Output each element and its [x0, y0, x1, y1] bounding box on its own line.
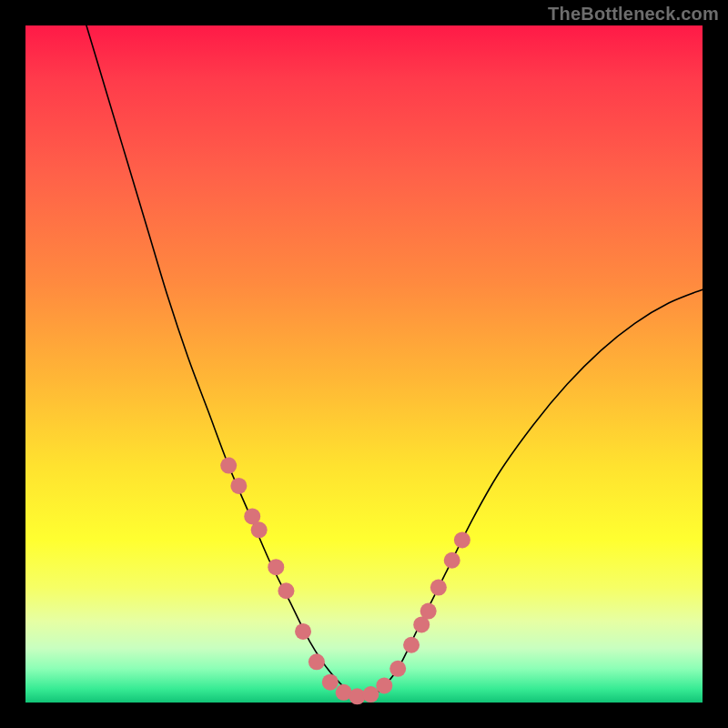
- chart-marker: [376, 677, 392, 693]
- chart-marker: [220, 458, 237, 474]
- bottleneck-curve: [86, 25, 703, 697]
- chart-marker: [322, 674, 339, 691]
- chart-marker: [295, 623, 311, 640]
- bottleneck-chart: [25, 25, 703, 703]
- marker-group: [220, 458, 470, 705]
- chart-marker: [403, 637, 420, 653]
- chart-marker: [230, 478, 247, 494]
- chart-marker: [308, 653, 325, 670]
- chart-marker: [362, 686, 379, 703]
- chart-marker: [444, 552, 460, 569]
- chart-marker: [454, 531, 470, 548]
- chart-area: [25, 25, 703, 703]
- watermark-text: TheBottleneck.com: [548, 4, 719, 25]
- chart-marker: [251, 521, 268, 538]
- chart-marker: [430, 580, 447, 596]
- chart-marker: [278, 582, 294, 599]
- chart-marker: [420, 603, 437, 620]
- chart-marker: [268, 559, 284, 575]
- chart-marker: [389, 661, 406, 677]
